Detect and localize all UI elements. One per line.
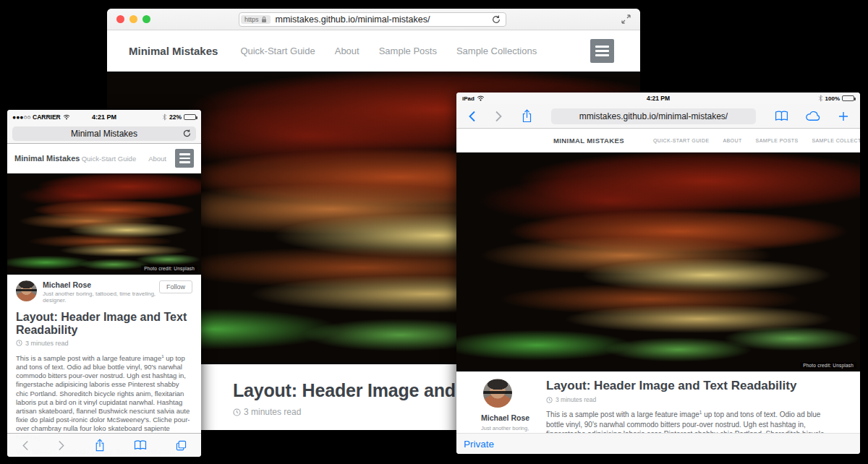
forward-icon[interactable] bbox=[495, 111, 503, 122]
back-icon[interactable] bbox=[468, 111, 476, 122]
fullscreen-expand-icon[interactable] bbox=[621, 14, 631, 24]
iphone-menu-button[interactable] bbox=[175, 149, 194, 168]
responsive-device-mockup: https mmistakes.github.io/minimal-mistak… bbox=[0, 0, 868, 464]
private-label: Private bbox=[464, 439, 494, 450]
ipad-safari: iPad 4:21 PM 100% mmistakes.github.io/mi… bbox=[456, 93, 860, 454]
ipad-battery-percent: 100% bbox=[825, 95, 840, 102]
ipad-brand-link[interactable]: MINIMAL MISTAKES bbox=[553, 137, 624, 145]
desktop-brand-link[interactable]: Minimal Mistakes bbox=[129, 45, 218, 57]
iphone-safari-urlbar: Minimal Mistakes bbox=[7, 124, 201, 144]
ipad-safari-toolbar: mmistakes.github.io/minimal-mistakes/ bbox=[456, 104, 860, 129]
ipad-site-nav: MINIMAL MISTAKES QUICK-START GUIDE ABOUT… bbox=[456, 129, 860, 152]
iphone-safari: ●●●○○ CARRIER 4:21 PM 22% Minimal Mistak… bbox=[7, 110, 201, 457]
read-time-label: 3 minutes read bbox=[556, 396, 596, 403]
refresh-icon[interactable] bbox=[492, 15, 501, 24]
menu-bar bbox=[179, 161, 190, 163]
forward-icon[interactable] bbox=[58, 440, 65, 451]
iphone-article: Michael Rose Just another boring, tattoo… bbox=[7, 275, 201, 457]
minimize-window-button[interactable] bbox=[129, 15, 137, 23]
desktop-nav-links: Quick-Start Guide About Sample Posts Sam… bbox=[240, 46, 537, 56]
icloud-tabs-icon[interactable] bbox=[806, 111, 821, 121]
ipad-address-bar[interactable]: mmistakes.github.io/minimal-mistakes/ bbox=[551, 108, 756, 124]
ipad-feature-image-leaves: Photo credit: Unsplash bbox=[456, 152, 860, 371]
nav-link-quick-start-guide[interactable]: QUICK-START GUIDE bbox=[653, 138, 710, 143]
back-icon[interactable] bbox=[22, 440, 29, 451]
carrier-signal-label: ●●●○○ CARRIER bbox=[12, 113, 61, 121]
address-bar[interactable]: https mmistakes.github.io/minimal-mistak… bbox=[239, 12, 506, 27]
zoom-window-button[interactable] bbox=[142, 15, 150, 23]
url-title-text: Minimal Mistakes bbox=[71, 129, 137, 139]
menu-bar bbox=[595, 50, 609, 52]
desktop-site-nav: Minimal Mistakes Quick-Start Guide About… bbox=[107, 30, 640, 72]
nav-link-about[interactable]: About bbox=[335, 46, 359, 56]
iphone-battery-percent: 22% bbox=[169, 113, 182, 121]
author-avatar bbox=[16, 280, 37, 301]
private-browsing-bar[interactable]: Private bbox=[456, 433, 860, 454]
browser-chrome-bar: https mmistakes.github.io/minimal-mistak… bbox=[107, 9, 640, 30]
wifi-icon bbox=[63, 114, 70, 120]
nav-link-sample-posts[interactable]: SAMPLE POSTS bbox=[756, 138, 799, 143]
share-icon[interactable] bbox=[95, 439, 105, 452]
refresh-icon[interactable] bbox=[183, 129, 191, 137]
iphone-address-bar[interactable]: Minimal Mistakes bbox=[12, 126, 196, 141]
clock-icon bbox=[546, 397, 553, 403]
author-bio: Just another boring, tattooed, time trav… bbox=[43, 291, 159, 304]
bookmarks-icon[interactable] bbox=[775, 111, 788, 121]
menu-bar bbox=[595, 46, 609, 48]
https-label: https bbox=[244, 16, 259, 23]
clock-icon bbox=[233, 408, 241, 416]
nav-link-quick-start-guide[interactable]: Quick-Start Guide bbox=[240, 46, 315, 56]
iphone-site-nav: Minimal Mistakes Quick-Start Guide About bbox=[7, 144, 201, 173]
nav-link-about[interactable]: About bbox=[148, 155, 166, 163]
iphone-brand-link[interactable]: Minimal Mistakes bbox=[14, 154, 80, 163]
author-info: Michael Rose Just another boring, tattoo… bbox=[43, 280, 159, 304]
bluetooth-icon bbox=[818, 95, 823, 102]
ipad-nav-links: QUICK-START GUIDE ABOUT SAMPLE POSTS SAM… bbox=[653, 138, 860, 143]
ipad-article-title: Layout: Header Image and Text Readabilit… bbox=[546, 379, 827, 393]
close-window-button[interactable] bbox=[116, 15, 124, 23]
author-name: Michael Rose bbox=[481, 413, 546, 422]
photo-credit-link[interactable]: Photo credit: Unsplash bbox=[800, 362, 856, 369]
nav-link-about[interactable]: ABOUT bbox=[723, 138, 741, 143]
author-name: Michael Rose bbox=[43, 280, 159, 289]
author-avatar bbox=[483, 379, 512, 408]
new-tab-plus-icon[interactable] bbox=[838, 111, 848, 121]
paragraph-text: This is a sample post with a large featu… bbox=[16, 354, 161, 362]
ipad-status-bar: iPad 4:21 PM 100% bbox=[456, 93, 860, 104]
window-controls bbox=[116, 15, 150, 23]
photo-credit-link[interactable]: Photo credit: Unsplash bbox=[141, 265, 197, 272]
menu-bar bbox=[595, 54, 609, 56]
nav-link-quick-start-guide[interactable]: Quick-Start Guide bbox=[82, 155, 137, 163]
author-card: Michael Rose Just another boring, tattoo… bbox=[16, 280, 192, 304]
paragraph-text: This is a sample post with a large featu… bbox=[546, 411, 699, 418]
paragraph-text: up top and tons of text. Odio ad blue bo… bbox=[16, 354, 190, 441]
wifi-icon bbox=[477, 95, 485, 101]
iphone-clock-time: 4:21 PM bbox=[92, 113, 116, 121]
https-badge: https bbox=[241, 15, 271, 24]
battery-icon bbox=[184, 114, 196, 120]
read-time-label: 3 minutes read bbox=[244, 407, 301, 417]
nav-link-sample-collections[interactable]: SAMPLE COLLECTIONS bbox=[812, 138, 860, 143]
nav-link-sample-posts[interactable]: Sample Posts bbox=[379, 46, 437, 56]
tabs-icon[interactable] bbox=[176, 440, 187, 451]
url-text: mmistakes.github.io/minimal-mistakes/ bbox=[579, 111, 728, 121]
bookmarks-icon[interactable] bbox=[134, 440, 147, 450]
clock-icon bbox=[16, 340, 22, 346]
iphone-safari-toolbar bbox=[7, 433, 201, 457]
lock-icon bbox=[261, 16, 267, 23]
battery-icon bbox=[842, 95, 854, 101]
iphone-article-title: Layout: Header Image and Text Readabilit… bbox=[16, 311, 192, 337]
follow-button[interactable]: Follow bbox=[159, 280, 192, 293]
iphone-status-bar: ●●●○○ CARRIER 4:21 PM 22% bbox=[7, 110, 201, 124]
iphone-feature-image-leaves: Photo credit: Unsplash bbox=[7, 173, 201, 275]
iphone-read-time: 3 minutes read bbox=[16, 340, 192, 347]
bluetooth-icon bbox=[162, 113, 167, 121]
desktop-menu-button[interactable] bbox=[590, 39, 614, 63]
iphone-nav-links: Quick-Start Guide About bbox=[82, 155, 166, 163]
share-icon[interactable] bbox=[522, 109, 532, 123]
menu-bar bbox=[179, 158, 190, 160]
nav-link-sample-collections[interactable]: Sample Collections bbox=[456, 46, 537, 56]
iphone-article-paragraph: This is a sample post with a large featu… bbox=[16, 353, 192, 442]
read-time-label: 3 minutes read bbox=[25, 340, 69, 347]
url-text: mmistakes.github.io/minimal-mistakes/ bbox=[271, 14, 492, 25]
